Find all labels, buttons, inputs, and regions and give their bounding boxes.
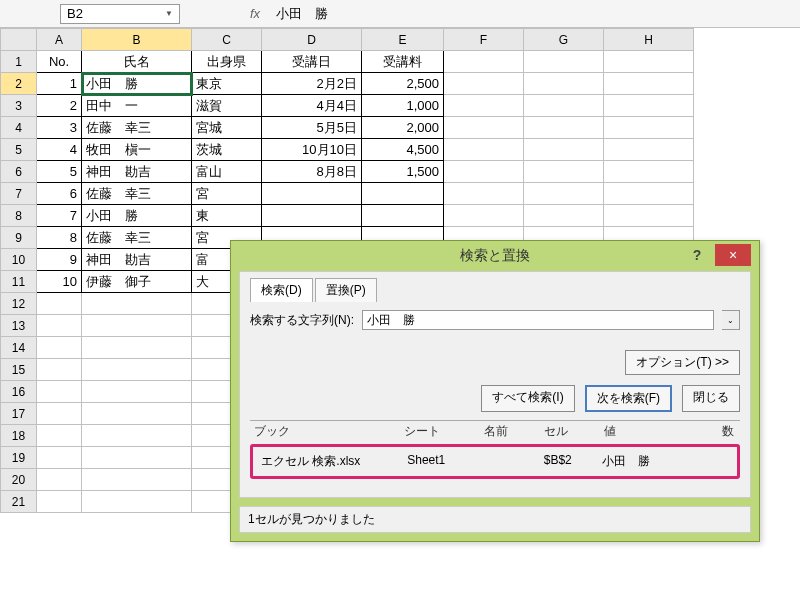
options-button[interactable]: オプション(T) >> xyxy=(625,350,740,375)
cell-F8[interactable] xyxy=(444,205,524,227)
cell-C6[interactable]: 富山 xyxy=(192,161,262,183)
cell-D1[interactable]: 受講日 xyxy=(262,51,362,73)
cell-H1[interactable] xyxy=(604,51,694,73)
row-header-10[interactable]: 10 xyxy=(1,249,37,271)
cell-G5[interactable] xyxy=(524,139,604,161)
cell-A15[interactable] xyxy=(37,359,82,381)
cell-A5[interactable]: 4 xyxy=(37,139,82,161)
cell-F2[interactable] xyxy=(444,73,524,95)
cell-A18[interactable] xyxy=(37,425,82,447)
row-header-21[interactable]: 21 xyxy=(1,491,37,513)
row-header-11[interactable]: 11 xyxy=(1,271,37,293)
cell-H6[interactable] xyxy=(604,161,694,183)
col-header-H[interactable]: H xyxy=(604,29,694,51)
cell-C5[interactable]: 茨城 xyxy=(192,139,262,161)
cell-A14[interactable] xyxy=(37,337,82,359)
fx-icon[interactable]: fx xyxy=(250,6,260,21)
cell-B8[interactable]: 小田 勝 xyxy=(82,205,192,227)
cell-A3[interactable]: 2 xyxy=(37,95,82,117)
cell-A7[interactable]: 6 xyxy=(37,183,82,205)
cell-B13[interactable] xyxy=(82,315,192,337)
cell-A2[interactable]: 1 xyxy=(37,73,82,95)
cell-H4[interactable] xyxy=(604,117,694,139)
tab-replace[interactable]: 置換(P) xyxy=(315,278,377,302)
row-header-20[interactable]: 20 xyxy=(1,469,37,491)
cell-H8[interactable] xyxy=(604,205,694,227)
cell-H7[interactable] xyxy=(604,183,694,205)
cell-G7[interactable] xyxy=(524,183,604,205)
cell-F4[interactable] xyxy=(444,117,524,139)
select-all-corner[interactable] xyxy=(1,29,37,51)
cell-B4[interactable]: 佐藤 幸三 xyxy=(82,117,192,139)
cell-A21[interactable] xyxy=(37,491,82,513)
cell-D3[interactable]: 4月4日 xyxy=(262,95,362,117)
tab-find[interactable]: 検索(D) xyxy=(250,278,313,302)
cell-A19[interactable] xyxy=(37,447,82,469)
row-header-8[interactable]: 8 xyxy=(1,205,37,227)
cell-B19[interactable] xyxy=(82,447,192,469)
cell-A12[interactable] xyxy=(37,293,82,315)
cell-D6[interactable]: 8月8日 xyxy=(262,161,362,183)
cell-A11[interactable]: 10 xyxy=(37,271,82,293)
cell-F6[interactable] xyxy=(444,161,524,183)
close-dialog-button[interactable]: 閉じる xyxy=(682,385,740,412)
cell-C7[interactable]: 宮 xyxy=(192,183,262,205)
cell-A6[interactable]: 5 xyxy=(37,161,82,183)
cell-B3[interactable]: 田中 一 xyxy=(82,95,192,117)
cell-C1[interactable]: 出身県 xyxy=(192,51,262,73)
find-input[interactable] xyxy=(362,310,714,330)
cell-E4[interactable]: 2,000 xyxy=(362,117,444,139)
row-header-2[interactable]: 2 xyxy=(1,73,37,95)
cell-E8[interactable] xyxy=(362,205,444,227)
cell-B2[interactable]: 小田 勝 xyxy=(82,73,192,95)
find-all-button[interactable]: すべて検索(I) xyxy=(481,385,574,412)
col-header-A[interactable]: A xyxy=(37,29,82,51)
cell-A4[interactable]: 3 xyxy=(37,117,82,139)
row-header-13[interactable]: 13 xyxy=(1,315,37,337)
row-header-7[interactable]: 7 xyxy=(1,183,37,205)
cell-B12[interactable] xyxy=(82,293,192,315)
col-header-C[interactable]: C xyxy=(192,29,262,51)
find-next-button[interactable]: 次を検索(F) xyxy=(585,385,672,412)
cell-B6[interactable]: 神田 勘吉 xyxy=(82,161,192,183)
cell-B16[interactable] xyxy=(82,381,192,403)
cell-F1[interactable] xyxy=(444,51,524,73)
cell-F3[interactable] xyxy=(444,95,524,117)
cell-G6[interactable] xyxy=(524,161,604,183)
cell-B21[interactable] xyxy=(82,491,192,513)
cell-B10[interactable]: 神田 勘吉 xyxy=(82,249,192,271)
row-header-16[interactable]: 16 xyxy=(1,381,37,403)
cell-G3[interactable] xyxy=(524,95,604,117)
cell-D4[interactable]: 5月5日 xyxy=(262,117,362,139)
row-header-17[interactable]: 17 xyxy=(1,403,37,425)
close-button[interactable]: × xyxy=(715,244,751,266)
cell-G2[interactable] xyxy=(524,73,604,95)
cell-C2[interactable]: 東京 xyxy=(192,73,262,95)
row-header-18[interactable]: 18 xyxy=(1,425,37,447)
name-box[interactable]: B2 ▼ xyxy=(60,4,180,24)
cell-H5[interactable] xyxy=(604,139,694,161)
cell-A17[interactable] xyxy=(37,403,82,425)
help-button[interactable]: ? xyxy=(683,244,711,266)
row-header-5[interactable]: 5 xyxy=(1,139,37,161)
cell-A13[interactable] xyxy=(37,315,82,337)
find-dropdown-icon[interactable]: ⌄ xyxy=(722,310,740,330)
row-header-19[interactable]: 19 xyxy=(1,447,37,469)
cell-B17[interactable] xyxy=(82,403,192,425)
cell-D8[interactable] xyxy=(262,205,362,227)
formula-value[interactable]: 小田 勝 xyxy=(276,5,328,23)
cell-D2[interactable]: 2月2日 xyxy=(262,73,362,95)
cell-A8[interactable]: 7 xyxy=(37,205,82,227)
col-header-D[interactable]: D xyxy=(262,29,362,51)
cell-A16[interactable] xyxy=(37,381,82,403)
row-header-14[interactable]: 14 xyxy=(1,337,37,359)
cell-E1[interactable]: 受講料 xyxy=(362,51,444,73)
cell-A9[interactable]: 8 xyxy=(37,227,82,249)
cell-G4[interactable] xyxy=(524,117,604,139)
cell-B1[interactable]: 氏名 xyxy=(82,51,192,73)
row-header-4[interactable]: 4 xyxy=(1,117,37,139)
cell-A10[interactable]: 9 xyxy=(37,249,82,271)
cell-E6[interactable]: 1,500 xyxy=(362,161,444,183)
col-header-B[interactable]: B xyxy=(82,29,192,51)
cell-G1[interactable] xyxy=(524,51,604,73)
